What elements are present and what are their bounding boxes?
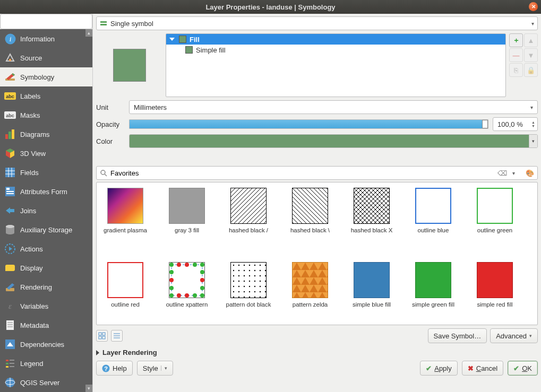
rendering-icon — [4, 281, 16, 293]
sidebar-item-joins[interactable]: Joins — [0, 201, 92, 220]
spin-arrows-icon[interactable]: ▲▼ — [531, 120, 535, 128]
gallery-item-outline-green[interactable]: outline green — [471, 188, 518, 242]
opacity-spinbox[interactable]: 100,0 % ▲▼ — [493, 117, 538, 131]
remove-layer-button[interactable]: — — [509, 48, 523, 62]
svg-point-54 — [169, 263, 174, 267]
icon-view-button[interactable] — [96, 330, 108, 342]
gallery-item-zelda[interactable]: pattern zelda — [287, 262, 333, 316]
gallery-item-gray3[interactable]: gray 3 fill — [164, 188, 210, 242]
color-dropdown-icon[interactable]: ▾ — [529, 135, 537, 147]
tree-row-fill[interactable]: Fill — [166, 34, 505, 45]
advanced-button[interactable]: Advanced▾ — [490, 328, 538, 343]
svg-point-56 — [200, 263, 204, 267]
svg-rect-72 — [293, 263, 328, 298]
favorites-search-input[interactable] — [110, 169, 494, 177]
disclosure-triangle-icon[interactable] — [169, 38, 175, 41]
form-icon — [4, 186, 16, 197]
move-up-button[interactable]: ▲ — [524, 33, 538, 47]
gallery-caption: pattern zelda — [293, 301, 328, 316]
svg-rect-73 — [99, 333, 101, 335]
sidebar-item-metadata[interactable]: Metadata — [0, 316, 92, 335]
gallery-caption: hashed black / — [229, 227, 268, 242]
sidebar-item-attributes-form[interactable]: Attributes Form — [0, 182, 92, 201]
sidebar-search-input[interactable] — [4, 18, 93, 25]
svg-rect-21 — [6, 193, 14, 194]
gallery-item-outline-blue[interactable]: outline blue — [410, 188, 457, 242]
lock-layer-button[interactable]: 🔒 — [524, 63, 538, 77]
info-icon: i — [4, 33, 16, 45]
sidebar-item-rendering[interactable]: Rendering — [0, 277, 92, 297]
sidebar-item-qgis-server[interactable]: QGIS Server — [0, 373, 92, 392]
cancel-icon: ✖ — [468, 364, 474, 372]
close-icon[interactable]: ✕ — [529, 2, 538, 11]
chevron-down-icon: ▾ — [530, 104, 533, 110]
svg-rect-19 — [6, 188, 10, 190]
color-button[interactable]: ▾ — [129, 134, 538, 148]
sidebar-item-label: Fields — [20, 169, 39, 177]
clear-search-icon[interactable]: ⌫ — [497, 169, 507, 177]
ok-button[interactable]: ✔ OK — [508, 361, 538, 376]
sidebar-item-information[interactable]: i Information — [0, 29, 92, 48]
svg-rect-34 — [6, 363, 8, 364]
move-down-button[interactable]: ▼ — [524, 48, 538, 62]
favorites-filter-dropdown[interactable]: ▾ — [510, 170, 517, 176]
sidebar-item-legend[interactable]: Legend — [0, 354, 92, 373]
sidebar-item-dependencies[interactable]: Dependencies — [0, 335, 92, 354]
symbol-preview-swatch — [113, 49, 146, 82]
gallery-item-hash-x[interactable]: hashed black X — [348, 188, 395, 242]
gallery-item-red-fill[interactable]: simple red fill — [471, 262, 518, 316]
apply-button[interactable]: ✔ Apply — [420, 361, 458, 376]
gallery-item-green-fill[interactable]: simple green fill — [410, 262, 457, 316]
sidebar-item-masks[interactable]: abc Masks — [0, 106, 92, 125]
gallery-item-hash-fwd[interactable]: hashed black / — [225, 188, 272, 242]
add-layer-button[interactable]: ＋ — [509, 33, 523, 47]
sidebar-scroll-up[interactable]: ▴ — [85, 29, 92, 37]
gallery-item-dot-black[interactable]: pattern dot black — [225, 262, 272, 316]
sidebar-item-actions[interactable]: Actions — [0, 239, 92, 258]
opacity-slider[interactable] — [129, 119, 488, 129]
style-button[interactable]: Style ▾ — [137, 361, 173, 376]
sidebar-item-symbology[interactable]: Symbology — [0, 67, 92, 86]
svg-rect-52 — [354, 188, 389, 223]
sidebar-item-label: Diagrams — [20, 130, 50, 138]
sidebar-item-auxiliary-storage[interactable]: Auxiliary Storage — [0, 220, 92, 239]
color-label: Color — [96, 137, 125, 145]
svg-rect-53 — [171, 265, 202, 295]
disclosure-triangle-icon — [96, 350, 99, 355]
symbol-layer-tree[interactable]: Fill Simple fill — [166, 33, 506, 97]
tree-row-simple-fill[interactable]: Simple fill — [166, 45, 505, 55]
style-manager-icon[interactable]: 🎨 — [526, 169, 534, 177]
gallery-item-hash-back[interactable]: hashed black \ — [287, 188, 333, 242]
save-symbol-button[interactable]: Save Symbol… — [428, 328, 487, 343]
sidebar-item-fields[interactable]: Fields — [0, 163, 92, 182]
sidebar-item-labels[interactable]: abc Labels — [0, 86, 92, 106]
gallery-item-outline-red[interactable]: outline red — [102, 262, 149, 316]
sidebar-item-3dview[interactable]: 3D View — [0, 144, 92, 163]
svg-rect-74 — [102, 333, 105, 335]
sidebar-search[interactable] — [0, 14, 92, 29]
gallery-item-outline-xpattern[interactable]: outline xpattern — [164, 262, 210, 316]
sidebar-scroll-down[interactable]: ▾ — [85, 385, 92, 392]
sidebar-item-label: Symbology — [20, 73, 54, 81]
sidebar-item-diagrams[interactable]: Diagrams — [0, 125, 92, 144]
gallery-caption: gradient plasma — [104, 227, 147, 242]
sidebar-item-source[interactable]: Source — [0, 48, 92, 67]
sidebar-item-variables[interactable]: ε Variables — [0, 297, 92, 316]
sidebar-item-display[interactable]: Display — [0, 258, 92, 277]
layer-rendering-section[interactable]: Layer Rendering — [96, 349, 538, 356]
list-view-button[interactable] — [111, 330, 123, 342]
sidebar: ▴ i Information Source Symbology abc Lab… — [0, 29, 92, 392]
duplicate-layer-button[interactable]: ⎘ — [509, 63, 523, 77]
svg-point-55 — [185, 263, 189, 267]
diagrams-icon — [4, 128, 16, 140]
cancel-button[interactable]: ✖ Cancel — [462, 361, 503, 376]
tree-label: Fill — [190, 36, 200, 43]
help-button[interactable]: ? Help — [96, 361, 133, 376]
svg-point-64 — [177, 293, 181, 298]
gallery-item-blue-fill[interactable]: simple blue fill — [348, 262, 395, 316]
unit-combo[interactable]: Millimeters ▾ — [129, 100, 538, 114]
symbol-type-combo[interactable]: Single symbol ▾ — [96, 16, 538, 30]
gallery-item-gradient-plasma[interactable]: gradient plasma — [102, 188, 149, 242]
svg-text:?: ? — [104, 365, 108, 371]
display-icon — [4, 262, 16, 274]
